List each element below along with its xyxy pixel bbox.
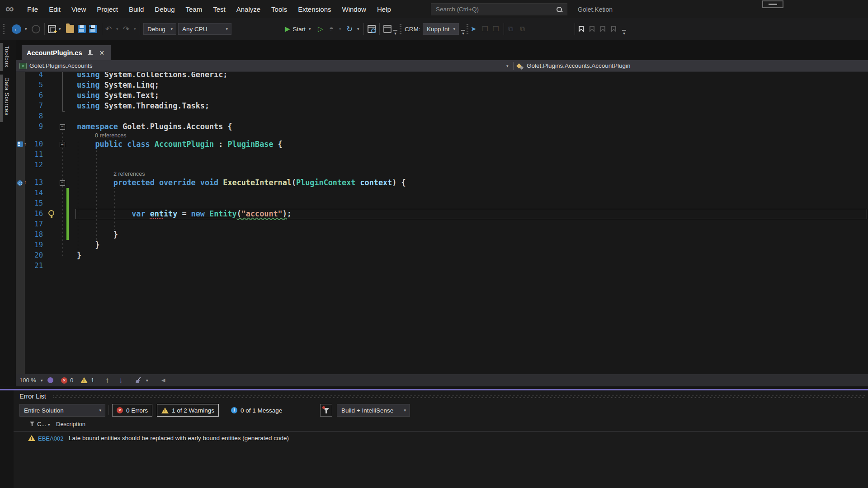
- prev-issue-button[interactable]: ↑: [105, 374, 109, 386]
- codelens-references[interactable]: 0 references: [16, 132, 868, 139]
- disabled-tool-icon[interactable]: ❐: [493, 25, 499, 33]
- refresh-dropdown[interactable]: ▾: [357, 27, 359, 31]
- close-icon[interactable]: ✕: [99, 49, 104, 56]
- code-line[interactable]: 11: [16, 150, 868, 160]
- new-project-button[interactable]: [48, 25, 56, 33]
- description-column-header[interactable]: Description: [56, 421, 85, 427]
- severity-column-icon[interactable]: [30, 422, 34, 426]
- disabled-tool-icon[interactable]: ❐: [482, 25, 488, 33]
- code-line[interactable]: 17: [16, 219, 868, 230]
- code-line[interactable]: 8: [16, 111, 868, 122]
- code-cleanup-dropdown[interactable]: ▾: [146, 378, 148, 383]
- undo-dropdown[interactable]: ▾: [116, 27, 118, 31]
- code-line[interactable]: 5using System.Linq;: [16, 80, 868, 90]
- toolbar-grip[interactable]: [400, 24, 401, 34]
- menu-view[interactable]: View: [66, 5, 91, 13]
- start-without-debug-button[interactable]: ▷: [318, 25, 323, 33]
- account-name[interactable]: Golet.Ketion: [578, 6, 613, 13]
- next-issue-button[interactable]: ↓: [119, 374, 123, 386]
- scope-dropdown[interactable]: Entire Solution▾: [19, 404, 105, 417]
- codelens-references[interactable]: 2 references: [16, 170, 868, 178]
- start-debug-button[interactable]: Start: [293, 26, 306, 33]
- save-all-button[interactable]: [89, 25, 97, 33]
- code-line[interactable]: 20}: [16, 250, 868, 261]
- source-dropdown[interactable]: Build + IntelliSense▾: [337, 404, 410, 417]
- code-line[interactable]: 6using System.Text;: [16, 90, 868, 101]
- fold-collapse-box[interactable]: −: [60, 180, 65, 186]
- navigate-back-button[interactable]: ←: [12, 24, 21, 34]
- filter-button[interactable]: [320, 404, 332, 417]
- toolbar-overflow-button[interactable]: ▾: [622, 30, 626, 36]
- menu-edit[interactable]: Edit: [43, 5, 66, 13]
- menu-build[interactable]: Build: [123, 5, 149, 13]
- code-line[interactable]: 14: [16, 188, 868, 198]
- code-line[interactable]: 13−↑ protected override void ExecuteInte…: [16, 178, 868, 188]
- menu-project[interactable]: Project: [91, 5, 123, 13]
- chevron-down-icon[interactable]: ▾: [506, 64, 509, 68]
- toolbar-overflow-button[interactable]: ▾: [393, 30, 397, 36]
- warning-count-icon[interactable]: [80, 377, 88, 383]
- menu-file[interactable]: File: [22, 5, 43, 13]
- code-line[interactable]: 10−↑ public class AccountPlugin : Plugin…: [16, 139, 868, 150]
- code-cleanup-icon[interactable]: [135, 377, 142, 384]
- toolbar-grip[interactable]: [467, 24, 468, 34]
- next-bookmark-button[interactable]: [600, 26, 605, 33]
- namespace-dropdown[interactable]: Golet.Plugins.Accounts: [29, 62, 93, 69]
- undo-button[interactable]: ↶: [105, 24, 112, 34]
- code-line[interactable]: 9−namespace Golet.Plugins.Accounts {: [16, 122, 868, 132]
- type-dropdown[interactable]: Golet.Plugins.Accounts.AccountPlugin: [527, 62, 631, 69]
- warning-code[interactable]: EBEA002: [38, 435, 63, 442]
- disabled-tool-icon[interactable]: ⧉: [508, 25, 513, 33]
- redo-dropdown[interactable]: ▾: [134, 27, 136, 31]
- zoom-level[interactable]: 100 %: [19, 374, 36, 386]
- inheritance-glyph-icon[interactable]: [17, 141, 23, 147]
- menu-window[interactable]: Window: [337, 5, 372, 13]
- code-line[interactable]: 16 var entity = new Entity("account");: [16, 209, 868, 219]
- menu-analyze[interactable]: Analyze: [231, 5, 266, 13]
- search-box[interactable]: Search (Ctrl+Q): [431, 3, 567, 15]
- profiler-button[interactable]: ◓: [329, 24, 334, 33]
- menu-tools[interactable]: Tools: [266, 5, 292, 13]
- pin-icon[interactable]: [87, 50, 93, 56]
- menu-debug[interactable]: Debug: [149, 5, 180, 13]
- minimize-button[interactable]: [762, 0, 783, 8]
- navigate-back-dropdown[interactable]: ▾: [25, 27, 27, 31]
- menu-extensions[interactable]: Extensions: [292, 5, 336, 13]
- profiler-dropdown[interactable]: ▾: [339, 27, 341, 31]
- override-glyph-icon[interactable]: [17, 180, 23, 186]
- select-pointer-icon[interactable]: ➤: [471, 25, 476, 33]
- warnings-filter-button[interactable]: 1 of 2 Warnings: [157, 404, 219, 417]
- code-line[interactable]: 7using System.Threading.Tasks;: [16, 101, 868, 111]
- code-editor[interactable]: 4using System.Collections.Generic;5using…: [16, 72, 868, 374]
- sidebar-tab-toolbox[interactable]: Toolbox: [0, 43, 16, 71]
- lightbulb-icon[interactable]: [48, 210, 54, 216]
- new-project-dropdown[interactable]: ▾: [59, 27, 61, 31]
- refresh-button[interactable]: ↻: [346, 24, 353, 34]
- errors-filter-button[interactable]: ✕0 Errors: [112, 404, 152, 417]
- hscroll-left-arrow[interactable]: ◀: [161, 374, 165, 386]
- code-line[interactable]: 19 }: [16, 240, 868, 250]
- open-file-button[interactable]: [66, 25, 74, 33]
- sidebar-tab-data-sources[interactable]: Data Sources: [0, 75, 16, 122]
- code-column-dropdown[interactable]: ▾: [48, 422, 50, 427]
- bookmark-button[interactable]: [579, 26, 584, 33]
- clear-bookmarks-button[interactable]: [611, 26, 616, 33]
- fold-collapse-box[interactable]: −: [60, 142, 65, 147]
- toolbar-overflow-button[interactable]: ▾: [461, 30, 465, 36]
- code-line[interactable]: 21: [16, 261, 868, 271]
- zoom-dropdown[interactable]: ▾: [41, 378, 43, 383]
- error-count-icon[interactable]: ✕: [61, 377, 67, 384]
- fold-collapse-box[interactable]: −: [60, 124, 65, 130]
- crm-connection-dropdown[interactable]: Kupp Int▾: [423, 23, 459, 35]
- error-list-row[interactable]: EBEA002 Late bound entities should be re…: [14, 433, 868, 445]
- disabled-tool-icon[interactable]: ⧉: [520, 25, 525, 33]
- code-line[interactable]: 15: [16, 198, 868, 209]
- prev-bookmark-button[interactable]: [590, 26, 594, 33]
- solution-configuration-dropdown[interactable]: Debug▾: [143, 23, 176, 35]
- navigate-forward-button[interactable]: →: [32, 25, 40, 33]
- solution-explorer-button[interactable]: [383, 25, 392, 33]
- messages-filter-button[interactable]: i0 of 1 Message: [227, 404, 286, 417]
- code-line[interactable]: 18 }: [16, 230, 868, 240]
- solution-platform-dropdown[interactable]: Any CPU▾: [178, 23, 231, 35]
- menu-team[interactable]: Team: [180, 5, 208, 13]
